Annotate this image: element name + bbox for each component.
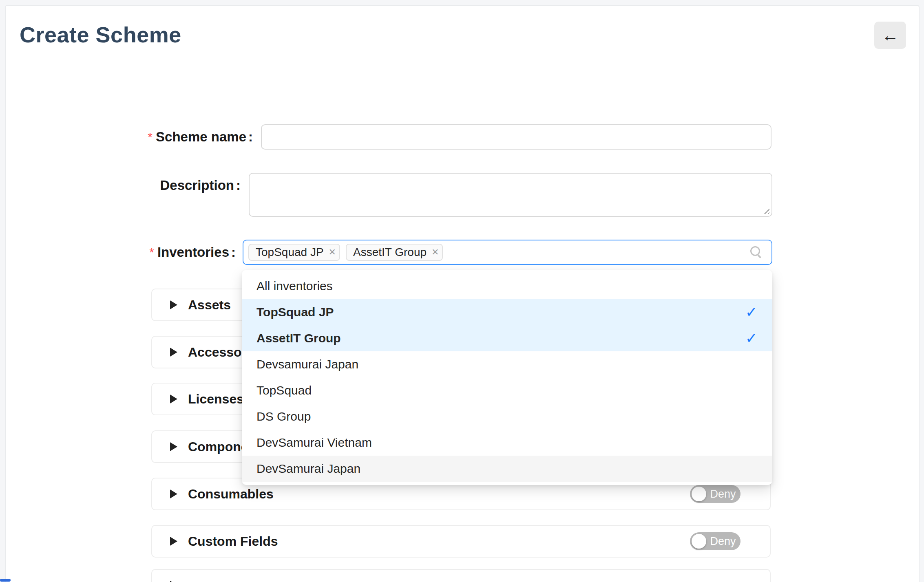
inventories-multiselect[interactable]: TopSquad JP ✕ AssetIT Group ✕: [243, 240, 772, 265]
caret-right-icon: [170, 442, 177, 451]
label-colon: :: [248, 129, 253, 145]
scheme-name-label-text: Scheme name: [156, 129, 246, 145]
caret-right-icon: [170, 348, 177, 357]
toggle-knob: [692, 534, 706, 549]
inventories-dropdown: All inventories TopSquad JP ✓ AssetIT Gr…: [242, 270, 772, 485]
option-label: DevSamurai Vietnam: [256, 436, 372, 450]
inventories-label: * Inventories :: [0, 240, 236, 265]
label-colon: :: [236, 178, 241, 193]
caret-right-icon: [170, 395, 177, 403]
tag-remove-icon[interactable]: ✕: [329, 247, 336, 258]
option-label: DS Group: [256, 410, 311, 423]
description-label: Description :: [0, 173, 241, 198]
option-label: TopSquad: [256, 384, 312, 397]
panel-partial[interactable]: [151, 569, 771, 582]
check-icon: ✓: [745, 304, 758, 321]
check-icon: ✓: [745, 330, 758, 347]
scheme-name-label: * Scheme name :: [0, 124, 253, 150]
toggle-knob: [692, 487, 706, 501]
deny-toggle[interactable]: Deny: [690, 532, 741, 550]
tag-label: TopSquad JP: [256, 246, 324, 259]
dropdown-option[interactable]: All inventories: [242, 273, 772, 299]
required-asterisk: *: [148, 130, 153, 144]
option-label: TopSquad JP: [256, 305, 334, 319]
required-asterisk: *: [149, 245, 154, 259]
description-label-text: Description: [160, 178, 234, 193]
panel-title: Licenses: [188, 392, 244, 407]
dropdown-option[interactable]: AssetIT Group ✓: [242, 325, 772, 351]
page-title: Create Scheme: [20, 22, 181, 47]
description-textarea[interactable]: [249, 173, 772, 217]
back-button[interactable]: ←: [874, 22, 906, 49]
panel-title: Consumables: [188, 487, 274, 502]
option-label: Devsamurai Japan: [256, 357, 358, 371]
panel-custom-fields[interactable]: Custom Fields Deny: [151, 525, 771, 558]
caret-right-icon: [170, 300, 177, 309]
bottom-left-blue-bar: [0, 579, 11, 582]
description-field-wrap: [249, 173, 772, 217]
dropdown-option[interactable]: DevSamurai Japan: [242, 456, 772, 482]
option-label: DevSamurai Japan: [256, 462, 360, 476]
toggle-label: Deny: [709, 532, 737, 550]
inventories-label-text: Inventories: [157, 245, 229, 260]
selected-tag[interactable]: AssetIT Group ✕: [346, 244, 443, 261]
caret-right-icon: [170, 489, 177, 498]
toggle-label: Deny: [709, 485, 737, 503]
tag-label: AssetIT Group: [353, 246, 427, 259]
dropdown-option[interactable]: DevSamurai Vietnam: [242, 430, 772, 456]
selected-tag[interactable]: TopSquad JP ✕: [248, 244, 340, 261]
option-label: AssetIT Group: [256, 331, 341, 345]
option-label: All inventories: [256, 279, 333, 293]
caret-right-icon: [170, 537, 177, 546]
dropdown-option[interactable]: TopSquad JP ✓: [242, 299, 772, 325]
back-arrow-icon: ←: [882, 26, 899, 45]
dropdown-option[interactable]: DS Group: [242, 403, 772, 430]
dropdown-option[interactable]: Devsamurai Japan: [242, 351, 772, 377]
panel-title: Custom Fields: [188, 534, 278, 549]
scheme-name-input[interactable]: [261, 124, 771, 150]
label-colon: :: [231, 245, 236, 260]
deny-toggle[interactable]: Deny: [690, 485, 741, 503]
search-icon: [750, 246, 763, 258]
tag-remove-icon[interactable]: ✕: [431, 247, 439, 258]
panel-title: Assets: [188, 298, 231, 313]
dropdown-option[interactable]: TopSquad: [242, 377, 772, 403]
